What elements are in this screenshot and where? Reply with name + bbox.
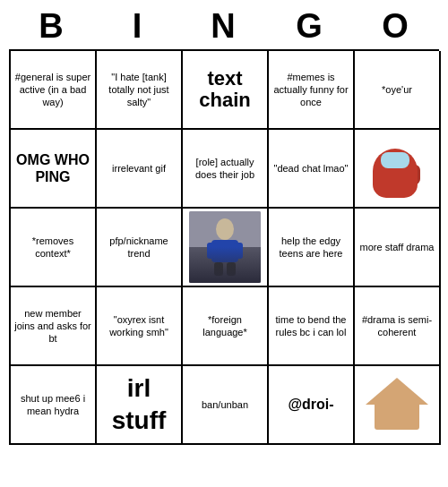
title-letter-o: O — [357, 7, 435, 46]
cell-2: text chain — [183, 51, 269, 130]
rickroll-image — [189, 211, 261, 283]
svg-rect-6 — [214, 262, 223, 276]
cell-19: #drama is semi-coherent — [355, 287, 441, 366]
house-icon — [366, 378, 428, 431]
svg-rect-7 — [227, 262, 236, 276]
cell-16: "oxyrex isnt working smh" — [97, 287, 183, 366]
title-letter-b: B — [13, 7, 91, 46]
title-letter-g: G — [271, 7, 349, 46]
cell-4: *oye'ur — [355, 51, 441, 130]
cell-20: shut up mee6 i mean hydra — [11, 366, 97, 445]
cell-7: [role] actually does their job — [183, 130, 269, 209]
cell-17: *foreign language* — [183, 287, 269, 366]
cell-3: #memes is actually funny for once — [269, 51, 355, 130]
cell-9-among — [355, 130, 441, 209]
svg-rect-4 — [207, 243, 216, 259]
cell-14: more staff drama — [355, 209, 441, 287]
svg-rect-1 — [189, 247, 261, 283]
among-us-icon — [373, 140, 422, 198]
cell-8: "dead chat lmao" — [269, 130, 355, 209]
cell-5: OMG WHO PING — [11, 130, 97, 209]
cell-21: irl stuff — [97, 366, 183, 445]
bingo-title: B I N G O — [9, 0, 439, 49]
cell-22: ban/unban — [183, 366, 269, 445]
svg-rect-5 — [234, 243, 243, 259]
cell-15: new member joins and asks for bt — [11, 287, 97, 366]
cell-6: irrelevant gif — [97, 130, 183, 209]
cell-1: "I hate [tank] totally not just salty" — [97, 51, 183, 130]
cell-12-rick — [183, 209, 269, 287]
cell-11: pfp/nickname trend — [97, 209, 183, 287]
cell-13: help the edgy teens are here — [269, 209, 355, 287]
cell-24-house — [355, 366, 441, 445]
cell-23: @droi- — [269, 366, 355, 445]
cell-0: #general is super active (in a bad way) — [11, 51, 97, 130]
svg-rect-3 — [211, 240, 238, 262]
svg-point-2 — [216, 218, 234, 240]
cell-10: *removes context* — [11, 209, 97, 287]
title-letter-n: N — [185, 7, 263, 46]
bingo-grid: #general is super active (in a bad way) … — [9, 49, 439, 445]
title-letter-i: I — [99, 7, 177, 46]
cell-18: time to bend the rules bc i can lol — [269, 287, 355, 366]
